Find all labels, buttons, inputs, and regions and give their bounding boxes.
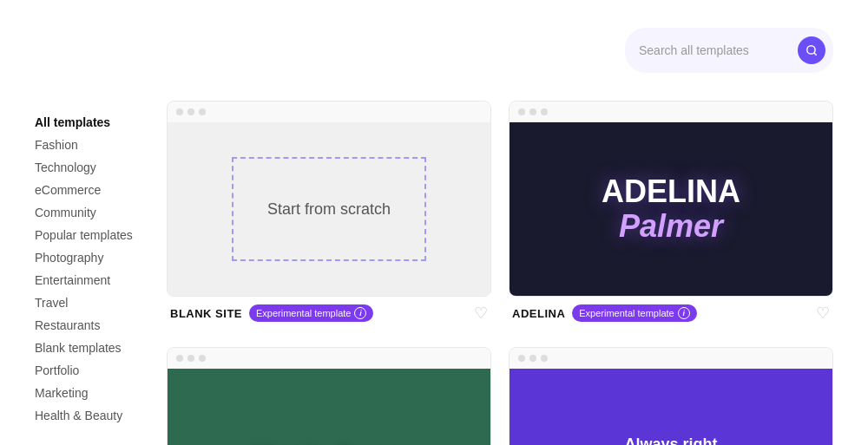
- sidebar-item-all[interactable]: All templates: [35, 111, 139, 134]
- autodose-preview: Always rightwith AutoDose!: [510, 369, 832, 445]
- sidebar-item-restaurants[interactable]: Restaurants: [35, 314, 139, 337]
- blank-site-preview: Start from scratch: [168, 122, 490, 296]
- dot: [176, 355, 183, 362]
- template-meta-left: ADELINA Experimental template i: [512, 304, 697, 322]
- autodose-title: Always rightwith AutoDose!: [614, 434, 728, 445]
- dot: [529, 108, 536, 115]
- sidebar-item-technology[interactable]: Technology: [35, 156, 139, 179]
- blank-site-label: Start from scratch: [267, 200, 391, 219]
- sidebar-item-entertainment[interactable]: Entertainment: [35, 269, 139, 291]
- experimental-label: Experimental template: [579, 308, 674, 318]
- search-button[interactable]: [798, 36, 825, 64]
- template-card-adelina: ADELINAPalmer ADELINA Experimental templ…: [509, 101, 833, 330]
- sidebar-item-community[interactable]: Community: [35, 201, 139, 224]
- dot: [518, 108, 525, 115]
- dot: [529, 355, 536, 362]
- template-thumbnail-blank[interactable]: Start from scratch: [167, 101, 491, 297]
- template-name: ADELINA: [512, 307, 565, 320]
- sidebar-item-blank[interactable]: Blank templates: [35, 337, 139, 359]
- marcia-title: Marcia Cocco: [250, 442, 408, 445]
- favorite-button[interactable]: ♡: [816, 304, 830, 323]
- blank-site-inner: Start from scratch: [232, 157, 425, 261]
- experimental-label: Experimental template: [256, 308, 351, 318]
- sidebar: All templatesFashionTechnologyeCommerceC…: [35, 101, 139, 445]
- dots-row: [510, 101, 832, 122]
- dots-row: [168, 101, 490, 122]
- dot: [199, 108, 206, 115]
- template-name: BLANK SITE: [170, 307, 242, 320]
- search-input[interactable]: [639, 43, 791, 57]
- template-meta: BLANK SITE Experimental template i ♡: [167, 297, 491, 330]
- template-card-blank-site: Start from scratch BLANK SITE Experiment…: [167, 101, 491, 330]
- adelina-title: ADELINAPalmer: [602, 174, 740, 243]
- sidebar-item-travel[interactable]: Travel: [35, 291, 139, 314]
- sidebar-item-portfolio[interactable]: Portfolio: [35, 359, 139, 382]
- sidebar-item-marketing[interactable]: Marketing: [35, 382, 139, 404]
- sidebar-item-fashion[interactable]: Fashion: [35, 134, 139, 156]
- dot: [541, 355, 548, 362]
- template-meta-left: BLANK SITE Experimental template i: [170, 304, 373, 322]
- template-meta: ADELINA Experimental template i ♡: [509, 297, 833, 330]
- template-thumbnail-marcia[interactable]: Marcia Cocco: [167, 347, 491, 445]
- search-container: [625, 28, 833, 73]
- sidebar-item-ecommerce[interactable]: eCommerce: [35, 179, 139, 201]
- dot: [518, 355, 525, 362]
- template-thumbnail-autodose[interactable]: Always rightwith AutoDose!: [509, 347, 833, 445]
- info-icon: i: [678, 307, 690, 319]
- favorite-button[interactable]: ♡: [474, 304, 488, 323]
- template-card-marcia: Marcia Cocco MARCIA COCCO ♡: [167, 347, 491, 445]
- dot: [187, 355, 194, 362]
- marcia-preview: Marcia Cocco: [168, 369, 490, 445]
- experimental-badge: Experimental template i: [249, 304, 373, 322]
- experimental-badge: Experimental template i: [572, 304, 696, 322]
- dot: [187, 108, 194, 115]
- template-thumbnail-adelina[interactable]: ADELINAPalmer: [509, 101, 833, 297]
- template-card-autodose: Always rightwith AutoDose! AUTODOSE ♡: [509, 347, 833, 445]
- sidebar-item-health[interactable]: Health & Beauty: [35, 404, 139, 427]
- dots-row: [510, 348, 832, 369]
- sidebar-item-popular[interactable]: Popular templates: [35, 224, 139, 246]
- dot: [541, 108, 548, 115]
- search-icon: [806, 44, 818, 56]
- info-icon: i: [354, 307, 366, 319]
- dots-row: [168, 348, 490, 369]
- templates-grid: Start from scratch BLANK SITE Experiment…: [167, 101, 833, 445]
- dot: [199, 355, 206, 362]
- sidebar-item-photography[interactable]: Photography: [35, 246, 139, 269]
- adelina-preview: ADELINAPalmer: [510, 122, 832, 296]
- dot: [176, 108, 183, 115]
